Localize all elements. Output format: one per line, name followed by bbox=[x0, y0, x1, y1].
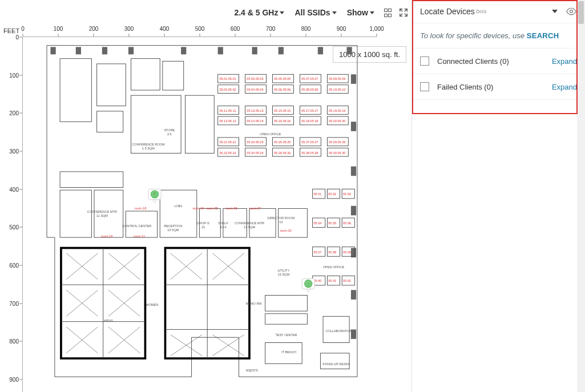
svg-rect-3 bbox=[128, 47, 134, 54]
svg-text:room.07: room.07 bbox=[249, 207, 261, 210]
fit-icon[interactable] bbox=[382, 7, 393, 18]
svg-text:05.32: 05.32 bbox=[328, 192, 336, 196]
svg-text:05.04.05.04: 05.04.05.04 bbox=[247, 88, 263, 91]
ruler-left-tick: 400 bbox=[9, 186, 19, 192]
fullscreen-icon[interactable] bbox=[398, 7, 409, 18]
svg-text:room.10: room.10 bbox=[280, 229, 291, 232]
ap-marker[interactable] bbox=[148, 189, 161, 203]
svg-rect-19 bbox=[97, 111, 123, 132]
svg-text:IT BENCH: IT BENCH bbox=[281, 350, 296, 354]
svg-text:DIRECTOR ROOM: DIRECTOR ROOM bbox=[268, 216, 295, 220]
svg-text:room.06: room.06 bbox=[225, 207, 237, 210]
svg-text:05.41: 05.41 bbox=[328, 279, 336, 282]
floorplan-svg: 05.01.05.0105.02.05.0205.03.05.0305.04.0… bbox=[31, 43, 373, 379]
svg-text:MENS: MENS bbox=[104, 319, 113, 322]
svg-text:05.17.05.17: 05.17.05.17 bbox=[301, 109, 318, 112]
svg-text:room.19: room.19 bbox=[101, 235, 112, 238]
ruler-left-tick: 200 bbox=[9, 110, 19, 116]
svg-rect-20 bbox=[131, 59, 160, 90]
svg-text:room.11: room.11 bbox=[134, 235, 145, 238]
failed-expand[interactable]: Expand bbox=[552, 83, 577, 91]
svg-text:05.10.05.10: 05.10.05.10 bbox=[329, 88, 345, 91]
eye-icon[interactable] bbox=[566, 7, 577, 15]
svg-text:05.14.05.14: 05.14.05.14 bbox=[247, 119, 263, 123]
svg-text:CONFERENCE MTR: CONFERENCE MTR bbox=[87, 210, 117, 213]
svg-text:05.06.05.06: 05.06.05.06 bbox=[274, 88, 291, 91]
svg-text:05.23.05.23: 05.23.05.23 bbox=[247, 140, 263, 144]
svg-text:MEMO RM: MEMO RM bbox=[246, 302, 262, 305]
svg-text:05.39: 05.39 bbox=[343, 250, 351, 254]
connected-expand[interactable]: Expand bbox=[552, 57, 577, 66]
svg-text:room.18: room.18 bbox=[135, 207, 146, 210]
svg-text:05.16.05.16: 05.16.05.16 bbox=[274, 119, 291, 123]
show-dropdown[interactable]: Show bbox=[345, 7, 377, 18]
failed-checkbox[interactable] bbox=[420, 82, 429, 91]
svg-text:05.36: 05.36 bbox=[343, 221, 351, 225]
svg-text:room.04: room.04 bbox=[192, 207, 204, 210]
svg-text:WOMEN: WOMEN bbox=[146, 303, 159, 306]
svg-text:05.42: 05.42 bbox=[343, 279, 351, 282]
svg-text:13 SQM: 13 SQM bbox=[167, 228, 179, 232]
svg-text:05.25.05.25: 05.25.05.25 bbox=[274, 140, 291, 144]
caret-icon bbox=[280, 11, 284, 14]
ruler-left-tick: 600 bbox=[9, 262, 19, 269]
ruler-top-tick: 1,000 bbox=[369, 26, 384, 32]
svg-rect-15 bbox=[351, 290, 356, 300]
svg-text:05.19.05.19: 05.19.05.19 bbox=[329, 109, 345, 112]
svg-text:05.18.05.18: 05.18.05.18 bbox=[301, 119, 318, 123]
svg-text:12: 12 bbox=[279, 220, 283, 224]
svg-rect-23 bbox=[163, 61, 184, 90]
panel-title: Locate Devices bbox=[420, 7, 475, 16]
ssid-dropdown[interactable]: All SSIDs bbox=[292, 7, 338, 18]
ssid-label: All SSIDs bbox=[294, 8, 330, 17]
help-text: To look for specific devices, use bbox=[420, 31, 525, 40]
ruler-left-tick: 900 bbox=[9, 377, 19, 383]
svg-text:TEST CENTER: TEST CENTER bbox=[275, 333, 297, 337]
svg-text:05.21.05.21: 05.21.05.21 bbox=[219, 140, 236, 144]
svg-text:2.5: 2.5 bbox=[167, 132, 172, 136]
scrollbar-thumb[interactable] bbox=[578, 1, 584, 24]
scrollbar[interactable] bbox=[577, 0, 585, 392]
ap-marker[interactable] bbox=[302, 278, 314, 292]
ruler-top-tick: 300 bbox=[124, 26, 134, 32]
map-viewport[interactable]: 1000 x 1000 sq. ft. bbox=[23, 37, 406, 387]
svg-text:room.05: room.05 bbox=[206, 207, 217, 210]
svg-text:05.05.05.05: 05.05.05.05 bbox=[274, 77, 291, 80]
svg-text:05.22.05.22: 05.22.05.22 bbox=[219, 151, 236, 155]
svg-rect-126 bbox=[265, 314, 308, 324]
svg-text:1.5 SQM: 1.5 SQM bbox=[142, 147, 155, 150]
svg-text:05.15.05.15: 05.15.05.15 bbox=[274, 109, 291, 112]
svg-text:OPEN OFFICE: OPEN OFFICE bbox=[260, 132, 281, 136]
ruler-left-tick: 700 bbox=[9, 300, 19, 306]
ruler-left: 0100200300400500600700800900 bbox=[0, 37, 23, 392]
svg-rect-18 bbox=[97, 64, 126, 106]
svg-rect-12 bbox=[351, 167, 356, 176]
ruler-left-tick: 500 bbox=[9, 224, 19, 231]
svg-text:05.12.05.12: 05.12.05.12 bbox=[219, 119, 236, 123]
svg-point-178 bbox=[570, 10, 573, 13]
map-toolbar: 2.4 & 5 GHz All SSIDs Show bbox=[232, 7, 409, 18]
ruler-top-tick: 700 bbox=[266, 26, 276, 32]
failed-label: Failed Clients (0) bbox=[437, 83, 493, 91]
svg-text:11 SQM: 11 SQM bbox=[244, 225, 256, 229]
svg-text:05.13.05.13: 05.13.05.13 bbox=[247, 109, 263, 112]
floorplan: 05.01.05.0105.02.05.0205.03.05.0305.04.0… bbox=[31, 43, 373, 379]
ruler-left-tick: 0 bbox=[15, 34, 19, 41]
svg-rect-0 bbox=[51, 47, 56, 54]
connected-checkbox[interactable] bbox=[420, 56, 429, 66]
svg-text:CONTROL CENTER: CONTROL CENTER bbox=[122, 224, 151, 228]
svg-text:05.01.05.01: 05.01.05.01 bbox=[219, 77, 236, 80]
map-area: 2.4 & 5 GHz All SSIDs Show FEET 01002003… bbox=[0, 0, 411, 392]
ruler-top-tick: 0 bbox=[21, 26, 25, 32]
svg-text:05.08.05.08: 05.08.05.08 bbox=[301, 88, 318, 91]
failed-clients-row: Failed Clients (0) Expand bbox=[412, 74, 585, 100]
band-dropdown[interactable]: 2.4 & 5 GHz bbox=[232, 7, 287, 18]
svg-point-172 bbox=[154, 193, 156, 195]
svg-text:05.02.05.02: 05.02.05.02 bbox=[219, 88, 236, 91]
svg-rect-9 bbox=[347, 47, 352, 54]
ruler-left-tick: 100 bbox=[9, 72, 19, 78]
show-label: Show bbox=[347, 8, 368, 17]
search-link[interactable]: SEARCH bbox=[527, 31, 559, 40]
right-panel: Locate Devices Beta To look for specific… bbox=[411, 0, 585, 392]
panel-header[interactable]: Locate Devices Beta bbox=[412, 0, 585, 23]
